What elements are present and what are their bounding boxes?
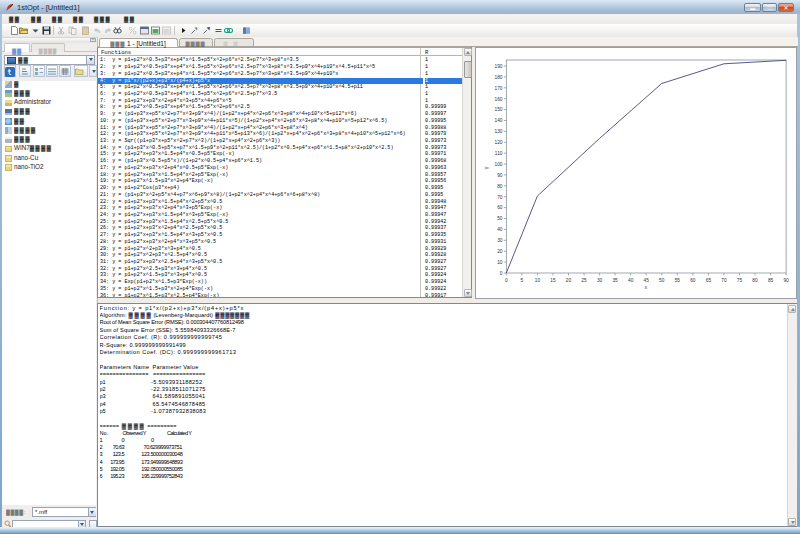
svg-text:150: 150	[494, 107, 502, 112]
svg-text:90: 90	[497, 172, 503, 177]
svg-text:40: 40	[628, 277, 634, 282]
svg-text:130: 130	[494, 129, 502, 134]
svg-text:50: 50	[497, 216, 503, 221]
svg-text:25: 25	[581, 277, 587, 282]
svg-text:160: 160	[494, 96, 502, 101]
svg-text:x: x	[644, 284, 647, 289]
svg-text:65: 65	[705, 277, 711, 282]
svg-text:60: 60	[690, 277, 696, 282]
svg-text:30: 30	[497, 238, 503, 243]
svg-text:40: 40	[497, 227, 503, 232]
svg-text:20: 20	[565, 277, 571, 282]
svg-text:60: 60	[497, 205, 503, 210]
svg-text:80: 80	[497, 183, 503, 188]
svg-text:100: 100	[494, 161, 502, 166]
svg-text:170: 170	[494, 85, 502, 90]
svg-text:80: 80	[752, 277, 758, 282]
svg-text:70: 70	[721, 277, 727, 282]
svg-text:140: 140	[494, 118, 502, 123]
svg-text:90: 90	[783, 277, 789, 282]
svg-text:10: 10	[497, 259, 503, 264]
svg-text:45: 45	[643, 277, 649, 282]
svg-text:190: 190	[494, 63, 502, 68]
svg-text:0: 0	[499, 270, 502, 275]
svg-text:15: 15	[550, 277, 556, 282]
svg-text:70: 70	[497, 194, 503, 199]
svg-text:50: 50	[659, 277, 665, 282]
svg-text:180: 180	[494, 74, 502, 79]
svg-text:0: 0	[504, 277, 507, 282]
svg-text:110: 110	[494, 151, 502, 156]
svg-text:120: 120	[494, 140, 502, 145]
svg-text:35: 35	[612, 277, 618, 282]
svg-text:20: 20	[497, 249, 503, 254]
svg-text:Y: Y	[485, 165, 490, 169]
svg-text:55: 55	[674, 277, 680, 282]
svg-text:30: 30	[596, 277, 602, 282]
svg-text:5: 5	[520, 277, 523, 282]
svg-text:10: 10	[534, 277, 540, 282]
svg-text:85: 85	[767, 277, 773, 282]
svg-text:75: 75	[736, 277, 742, 282]
